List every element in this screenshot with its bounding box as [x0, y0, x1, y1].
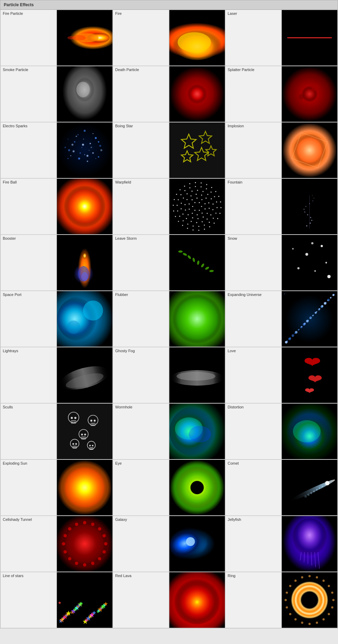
preview-ring[interactable] [281, 572, 338, 628]
svg-point-353 [308, 575, 310, 577]
preview-laser[interactable] [281, 10, 338, 66]
svg-point-78 [201, 195, 202, 196]
label-galaxy[interactable]: Galaxy [113, 516, 169, 572]
svg-point-101 [198, 226, 199, 227]
label-love[interactable]: Love [225, 347, 281, 403]
label-sculls[interactable]: Sculls [0, 403, 57, 459]
label-fire-particle[interactable]: Fire Particle [0, 10, 57, 66]
preview-space-port[interactable] [57, 291, 113, 347]
preview-cellshady-tunnel[interactable] [57, 516, 113, 572]
svg-point-74 [185, 204, 186, 205]
svg-point-169 [200, 263, 205, 268]
preview-galaxy[interactable] [169, 516, 225, 572]
label-electro-sparks[interactable]: Electro Sparks [0, 122, 57, 178]
svg-point-117 [216, 201, 217, 202]
preview-exploding-sun[interactable] [57, 459, 113, 516]
label-eye[interactable]: Eye [113, 459, 169, 516]
preview-distortion[interactable] [281, 403, 338, 459]
preview-booster[interactable] [57, 235, 113, 291]
svg-point-110 [185, 190, 186, 191]
svg-point-181 [83, 300, 103, 320]
label-laser[interactable]: Laser [225, 10, 281, 66]
label-wormhole[interactable]: Wormhole [113, 403, 169, 459]
svg-point-64 [191, 199, 192, 200]
svg-point-337 [283, 573, 336, 627]
svg-point-276 [104, 542, 108, 546]
preview-lightrays[interactable] [57, 347, 113, 403]
label-expanding-universe[interactable]: Expanding Universe [225, 291, 281, 347]
svg-point-151 [311, 220, 312, 221]
label-splatter-particle[interactable]: Splatter Particle [225, 66, 281, 122]
preview-ghosty-fog[interactable] [169, 347, 225, 403]
label-jellyfish[interactable]: Jellyfish [225, 516, 281, 572]
preview-boing-star[interactable] [169, 122, 225, 178]
preview-line-of-stars[interactable] [57, 572, 113, 628]
preview-smoke-particle[interactable] [57, 66, 113, 122]
label-smoke-particle[interactable]: Smoke Particle [0, 66, 57, 122]
svg-point-15 [76, 136, 77, 137]
label-text-booster: Booster [1, 235, 56, 241]
label-lightrays[interactable]: Lightrays [0, 347, 57, 403]
preview-warpfield[interactable] [169, 178, 225, 235]
svg-point-246 [70, 439, 79, 448]
preview-implosion[interactable] [281, 122, 338, 178]
label-leave-storm[interactable]: Leave Storm [113, 235, 169, 291]
svg-point-152 [310, 217, 311, 218]
label-ring[interactable]: Ring [225, 572, 281, 628]
label-comet[interactable]: Comet [225, 459, 281, 516]
preview-fire-ball[interactable] [57, 178, 113, 235]
preview-love[interactable] [281, 347, 338, 403]
svg-point-254 [92, 445, 93, 446]
preview-flubber[interactable] [169, 291, 225, 347]
svg-point-221 [295, 333, 296, 334]
preview-fire-particle[interactable] [57, 10, 113, 66]
preview-death-particle[interactable] [169, 66, 225, 122]
label-distortion[interactable]: Distortion [225, 403, 281, 459]
preview-eye[interactable] [169, 459, 225, 516]
svg-point-139 [215, 191, 216, 192]
label-fountain[interactable]: Fountain [225, 178, 281, 235]
preview-leave-storm[interactable] [169, 235, 225, 291]
preview-splatter-particle[interactable] [281, 66, 338, 122]
label-fire[interactable]: Fire [113, 10, 169, 66]
label-death-particle[interactable]: Death Particle [113, 66, 169, 122]
preview-canvas-leave-storm [169, 235, 225, 290]
label-boing-star[interactable]: Boing Star [113, 122, 169, 178]
label-implosion[interactable]: Implosion [225, 122, 281, 178]
svg-point-105 [179, 216, 180, 217]
label-line-of-stars[interactable]: Line of stars [0, 572, 57, 628]
preview-fountain[interactable] [281, 178, 338, 235]
svg-point-288 [83, 521, 87, 524]
preview-fire[interactable] [169, 10, 225, 66]
label-cellshady-tunnel[interactable]: Cellshady Tunnel [0, 516, 57, 572]
preview-sculls[interactable] [57, 403, 113, 459]
label-red-lava[interactable]: Red Lava [113, 572, 169, 628]
svg-point-222 [315, 312, 317, 314]
svg-point-144 [217, 218, 218, 219]
label-ghosty-fog[interactable]: Ghosty Fog [113, 347, 169, 403]
label-fire-ball[interactable]: Fire Ball [0, 178, 57, 235]
label-warpfield[interactable]: Warpfield [113, 178, 169, 235]
preview-canvas-smoke-particle [57, 66, 112, 122]
preview-jellyfish[interactable] [281, 516, 338, 572]
label-exploding-sun[interactable]: Exploding Sun [0, 459, 57, 516]
preview-red-lava[interactable] [169, 572, 225, 628]
label-flubber[interactable]: Flubber [113, 291, 169, 347]
label-text-electro-sparks: Electro Sparks [1, 122, 56, 129]
svg-point-260 [189, 426, 211, 442]
preview-electro-sparks[interactable] [57, 122, 113, 178]
label-booster[interactable]: Booster [0, 235, 57, 291]
label-snow[interactable]: Snow [225, 235, 281, 291]
svg-point-34 [99, 145, 101, 147]
svg-point-18 [98, 141, 99, 142]
preview-comet[interactable] [281, 459, 338, 516]
preview-expanding-universe[interactable] [281, 291, 338, 347]
label-space-port[interactable]: Space Port [0, 291, 57, 347]
preview-snow[interactable] [281, 235, 338, 291]
svg-point-146 [209, 226, 210, 227]
svg-point-116 [214, 196, 215, 197]
svg-point-31 [72, 150, 74, 152]
preview-wormhole[interactable] [169, 403, 225, 459]
svg-point-165 [182, 252, 187, 256]
svg-point-73 [185, 209, 186, 210]
